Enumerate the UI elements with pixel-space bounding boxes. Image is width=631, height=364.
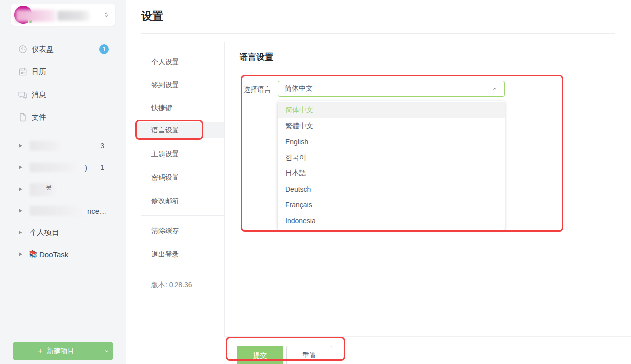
divider bbox=[224, 42, 225, 336]
menu-item-change-email[interactable]: 修改邮箱 bbox=[151, 197, 179, 205]
new-project-button[interactable]: + 新建项目 bbox=[13, 342, 113, 360]
sidebar-item-label: 文件 bbox=[32, 113, 46, 122]
sidebar-item-label: 消息 bbox=[32, 90, 46, 99]
submit-button[interactable]: 提交 bbox=[237, 346, 283, 364]
chevron-down-icon[interactable] bbox=[100, 348, 113, 355]
project-name-fragment: nce… bbox=[87, 207, 106, 215]
redacted-project-name bbox=[30, 183, 59, 196]
sidebar-item-dashboard[interactable]: 仪表盘 1 bbox=[0, 42, 126, 56]
collapse-triangle-icon[interactable] bbox=[19, 165, 22, 169]
divider bbox=[141, 215, 224, 216]
dropdown-option-ja[interactable]: 日本語 bbox=[278, 165, 505, 181]
chevron-up-icon bbox=[491, 85, 498, 92]
project-row[interactable]: nce… bbox=[0, 205, 126, 217]
menu-item-clear-cache[interactable]: 清除缓存 bbox=[151, 227, 179, 235]
sidebar-item-label: 日历 bbox=[32, 67, 46, 77]
menu-item-logout[interactable]: 退出登录 bbox=[151, 250, 179, 259]
books-emoji-icon: 📚 bbox=[29, 250, 38, 259]
page-title: 设置 bbox=[141, 9, 163, 24]
panel-title: 语言设置 bbox=[240, 51, 273, 63]
menu-item-theme-settings[interactable]: 主题设置 bbox=[151, 150, 179, 159]
menu-item-personal-settings[interactable]: 个人设置 bbox=[151, 58, 179, 66]
project-name-fragment: 못 bbox=[46, 183, 52, 192]
divider bbox=[141, 269, 224, 269]
divider bbox=[224, 336, 631, 337]
collapse-triangle-icon[interactable] bbox=[19, 231, 22, 234]
project-row[interactable]: ) 1 bbox=[0, 162, 126, 173]
project-count: 3 bbox=[100, 142, 104, 150]
collapse-triangle-icon[interactable] bbox=[19, 187, 22, 191]
menu-item-shortcuts[interactable]: 快捷键 bbox=[151, 104, 172, 113]
collapse-triangle-icon[interactable] bbox=[19, 209, 22, 213]
dropdown-option-zh-cn[interactable]: 简体中文 bbox=[278, 102, 505, 118]
dropdown-option-de[interactable]: Deutsch bbox=[278, 181, 505, 197]
redacted-project-name bbox=[30, 206, 86, 216]
collapse-triangle-icon[interactable] bbox=[19, 144, 22, 148]
sidebar-item-calendar[interactable]: 日历 bbox=[0, 65, 126, 79]
menu-item-password-settings[interactable]: 密码设置 bbox=[151, 173, 179, 182]
sidebar-item-messages[interactable]: 消息 bbox=[0, 88, 126, 101]
main-content: 设置 个人设置 签到设置 快捷键 语言设置 主题设置 密码设置 修改邮箱 清除缓… bbox=[126, 0, 631, 364]
project-label: DooTask bbox=[39, 250, 68, 259]
sidebar: 仪表盘 1 日历 消息 文件 3 bbox=[0, 0, 126, 364]
calendar-icon bbox=[18, 67, 28, 77]
dropdown-option-zh-tw[interactable]: 繁體中文 bbox=[278, 118, 505, 134]
dropdown-option-id[interactable]: Indonesia bbox=[278, 213, 505, 229]
select-language-label: 选择语言 bbox=[244, 85, 271, 94]
account-switcher-chevrons-icon[interactable] bbox=[103, 9, 110, 21]
project-row-personal[interactable]: 个人项目 bbox=[0, 227, 126, 238]
dropdown-option-ko[interactable]: 한국어 bbox=[278, 150, 505, 165]
dropdown-option-en[interactable]: English bbox=[278, 134, 505, 150]
language-select-value: 简体中文 bbox=[285, 84, 313, 93]
redacted-project-name bbox=[30, 163, 83, 172]
plus-icon: + bbox=[38, 347, 42, 356]
dropdown-option-fr[interactable]: Français bbox=[278, 197, 505, 213]
redacted-project-name bbox=[30, 141, 65, 151]
file-icon bbox=[18, 112, 28, 122]
sidebar-item-label: 仪表盘 bbox=[32, 45, 54, 54]
sidebar-item-files[interactable]: 文件 bbox=[0, 110, 126, 124]
collapse-triangle-icon[interactable] bbox=[19, 252, 22, 256]
language-dropdown: 简体中文 繁體中文 English 한국어 日本語 Deutsch França… bbox=[278, 101, 505, 230]
version-label: 版本: 0.28.36 bbox=[151, 281, 192, 290]
divider bbox=[141, 33, 615, 34]
project-row-dootask[interactable]: 📚 DooTask bbox=[0, 248, 126, 260]
active-menu-highlight bbox=[135, 122, 224, 138]
redacted-username-secondary bbox=[57, 11, 90, 21]
reset-button[interactable]: 重置 bbox=[286, 346, 332, 364]
dashboard-icon bbox=[18, 44, 28, 54]
language-select[interactable]: 简体中文 bbox=[278, 81, 505, 97]
redacted-username bbox=[16, 10, 55, 22]
project-label: 个人项目 bbox=[30, 228, 59, 237]
menu-item-language-settings[interactable]: 语言设置 bbox=[151, 126, 179, 135]
project-name-fragment: ) bbox=[85, 164, 87, 172]
project-count: 1 bbox=[100, 164, 104, 171]
new-project-label: 新建项目 bbox=[47, 347, 74, 356]
dashboard-badge: 1 bbox=[99, 44, 109, 54]
project-row[interactable]: 못 bbox=[0, 183, 126, 195]
user-account-card[interactable] bbox=[11, 4, 115, 26]
project-row[interactable]: 3 bbox=[0, 140, 126, 152]
menu-item-checkin-settings[interactable]: 签到设置 bbox=[151, 81, 179, 90]
message-icon bbox=[18, 90, 28, 99]
